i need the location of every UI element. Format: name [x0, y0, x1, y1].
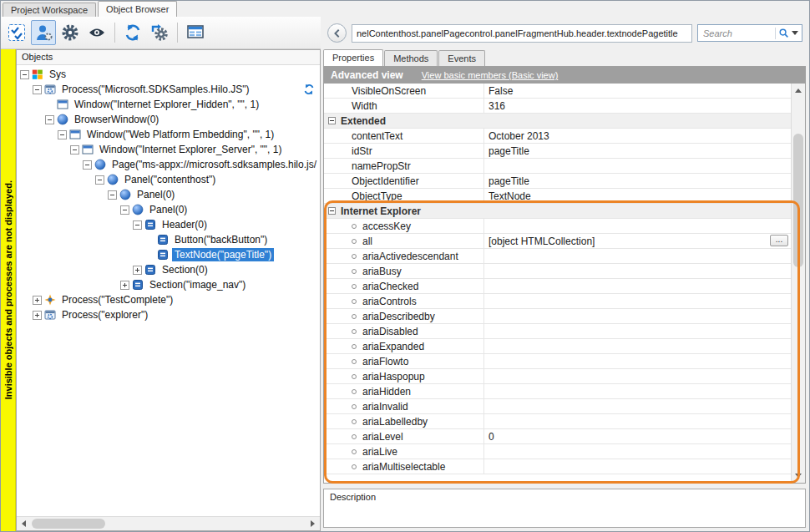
property-row[interactable]: ObjectTypeTextNode — [324, 189, 791, 204]
scroll-left-button[interactable] — [17, 517, 31, 530]
description-panel: Description — [323, 489, 806, 528]
tree-node-pagetitle[interactable]: TextNode("pageTitle") — [17, 247, 320, 262]
scroll-down-button[interactable] — [792, 469, 805, 483]
property-row[interactable]: ariaLive — [324, 444, 791, 459]
collapse-toggle[interactable] — [95, 175, 104, 185]
tree-node-process-explorer[interactable]: Process("explorer") — [17, 307, 320, 322]
search-icon[interactable] — [778, 28, 789, 38]
property-name: all — [362, 236, 372, 247]
property-group-internet-explorer[interactable]: Internet Explorer — [324, 204, 791, 219]
property-row[interactable]: ariaChecked — [324, 279, 791, 294]
collapse-toggle[interactable] — [70, 145, 79, 155]
process-icon — [44, 309, 56, 321]
back-button[interactable] — [327, 23, 347, 43]
property-row[interactable]: ariaHaspopup — [324, 369, 791, 384]
property-row[interactable]: ariaDescribedby — [324, 309, 791, 324]
highlight-object-icon — [34, 23, 53, 42]
window-icon — [57, 99, 68, 110]
tree-node-panel-0b[interactable]: Panel(0) — [17, 202, 320, 217]
scroll-right-button[interactable] — [306, 517, 320, 530]
tree-node-section-imagenav[interactable]: Section("image_nav") — [17, 277, 320, 292]
property-row[interactable]: Width316 — [324, 99, 791, 114]
horizontal-scrollbar[interactable] — [17, 516, 320, 530]
property-row[interactable]: ariaHidden — [324, 384, 791, 399]
collapse-icon[interactable] — [328, 117, 336, 124]
property-row[interactable]: ariaLevel0 — [324, 429, 791, 444]
view-options-button[interactable] — [84, 20, 109, 45]
vertical-scroll-thumb[interactable] — [793, 134, 803, 267]
tree-node-sys[interactable]: Sys — [17, 67, 320, 82]
browser-window-icon — [57, 114, 68, 125]
window-tab-bar: Project Workspace Object Browser — [1, 1, 809, 17]
property-row[interactable]: ariaDisabled — [324, 324, 791, 339]
tree-node-page[interactable]: Page("ms-appx://microsoft.sdksamples.hil… — [17, 157, 320, 172]
ellipsis-button[interactable]: ... — [770, 235, 788, 246]
property-row[interactable]: ObjectIdentifierpageTitle — [324, 174, 791, 189]
expand-toggle[interactable] — [33, 296, 42, 305]
search-dropdown-icon[interactable] — [792, 31, 798, 35]
property-row[interactable]: ariaMultiselectable — [324, 459, 791, 474]
search-box[interactable] — [697, 24, 802, 42]
property-row[interactable]: VisibleOnScreenFalse — [324, 84, 791, 99]
collapse-toggle[interactable] — [120, 205, 129, 215]
property-row[interactable]: ariaActivedescendant — [324, 249, 791, 264]
object-fullname-field[interactable]: nelContenthost.panelPagecontrol.panelFra… — [352, 24, 692, 43]
property-row[interactable]: ariaFlowto — [324, 354, 791, 369]
collapse-toggle[interactable] — [133, 220, 142, 230]
property-row[interactable]: ariaBusy — [324, 264, 791, 279]
property-value: False — [484, 84, 791, 98]
property-group-extended[interactable]: Extended — [324, 114, 791, 129]
property-row[interactable]: ariaLabelledby — [324, 414, 791, 429]
tab-properties[interactable]: Properties — [323, 49, 383, 66]
collapse-toggle[interactable] — [33, 85, 42, 94]
horizontal-scroll-thumb[interactable] — [32, 519, 105, 529]
property-row[interactable]: ariaInvalid — [324, 399, 791, 414]
vertical-scrollbar[interactable] — [791, 84, 805, 483]
expand-toggle[interactable] — [120, 281, 129, 290]
process-filter-button[interactable] — [147, 20, 172, 45]
collapse-toggle[interactable] — [58, 130, 67, 139]
panel-icon — [132, 204, 144, 215]
tab-methods[interactable]: Methods — [384, 50, 438, 66]
property-row[interactable]: ariaControls — [324, 294, 791, 309]
object-tree: Sys Process("Microsoft.SDKSamples.Hilo.J… — [17, 65, 320, 516]
scroll-up-button[interactable] — [792, 84, 805, 98]
collapse-toggle[interactable] — [45, 115, 54, 124]
property-row[interactable]: ariaExpanded — [324, 339, 791, 354]
search-input[interactable] — [703, 28, 772, 38]
tree-node-backbutton[interactable]: Button("backButton") — [17, 232, 320, 247]
property-value — [484, 219, 791, 233]
property-row[interactable]: contentTextOctober 2013 — [324, 129, 791, 144]
tree-node-browserwindow[interactable]: BrowserWindow(0) — [17, 112, 320, 127]
checked-objects-button[interactable] — [4, 20, 29, 45]
tree-node-header[interactable]: Header(0) — [17, 217, 320, 232]
highlight-object-button[interactable] — [31, 20, 56, 45]
refresh-icon — [124, 23, 142, 42]
tree-node-process-testcomplete[interactable]: Process("TestComplete") — [17, 292, 320, 307]
settings-button[interactable] — [58, 20, 83, 45]
process-icon — [44, 84, 56, 95]
tree-node-panel-0a[interactable]: Panel(0) — [17, 187, 320, 202]
tree-node-section-0[interactable]: Section(0) — [17, 262, 320, 277]
tree-node-panel-contenthost[interactable]: Panel("contenthost") — [17, 172, 320, 187]
property-row[interactable]: namePropStr — [324, 159, 791, 174]
tab-project-workspace[interactable]: Project Workspace — [3, 3, 96, 17]
tab-events[interactable]: Events — [438, 50, 485, 66]
collapse-icon[interactable] — [328, 207, 336, 215]
collapse-toggle[interactable] — [83, 160, 92, 170]
expand-toggle[interactable] — [133, 266, 142, 275]
basic-view-link[interactable]: View basic members (Basic view) — [422, 70, 559, 80]
collapse-toggle[interactable] — [20, 70, 29, 79]
property-row[interactable]: idStrpageTitle — [324, 144, 791, 159]
property-row[interactable]: all[object HTMLCollection]... — [324, 234, 791, 249]
tree-node-window-ieserver[interactable]: Window("Internet Explorer_Server", "", 1… — [17, 142, 320, 157]
tab-object-browser[interactable]: Object Browser — [98, 1, 177, 17]
collapse-toggle[interactable] — [108, 190, 117, 200]
tree-node-window-wpe[interactable]: Window("Web Platform Embedding", "", 1) — [17, 127, 320, 142]
property-row[interactable]: accessKey — [324, 219, 791, 234]
tree-node-process-hilo[interactable]: Process("Microsoft.SDKSamples.Hilo.JS") — [17, 82, 320, 97]
expand-toggle[interactable] — [33, 311, 42, 320]
tree-node-window-hidden[interactable]: Window("Internet Explorer_Hidden", "", 1… — [17, 97, 320, 112]
refresh-button[interactable] — [120, 20, 145, 45]
show-object-window-button[interactable] — [183, 20, 208, 45]
